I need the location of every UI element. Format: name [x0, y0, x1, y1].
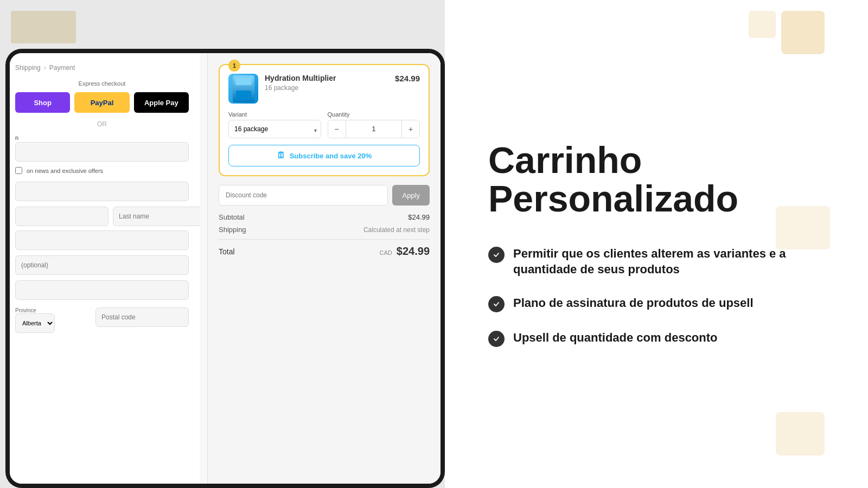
total-currency: CAD [380, 249, 392, 256]
quantity-increase-button[interactable]: + [402, 120, 419, 138]
breadcrumb: Shipping › Payment [15, 64, 189, 72]
product-name: Hydration Multiplier [265, 74, 388, 82]
or-divider: OR [15, 120, 189, 128]
shop-pay-button[interactable]: Shop [15, 92, 70, 113]
product-info: Hydration Multiplier 16 package [265, 74, 388, 92]
variant-select-wrap: Variant 16 package ▾ [228, 111, 321, 138]
left-panel: Shipping › Payment Express checkout Shop… [0, 0, 445, 488]
check-icon-3 [488, 331, 505, 347]
total-row: Total CAD $24.99 [219, 245, 430, 258]
svg-point-2 [492, 335, 501, 343]
newsletter-label: on news and exclusive offers [27, 168, 103, 174]
feature-text-2: Plano de assinatura de produtos de upsel… [513, 295, 754, 311]
shipping-row: Shipping Calculated at next step [219, 226, 430, 234]
subtotal-label: Subtotal [219, 213, 245, 221]
product-badge: 1 [228, 60, 240, 72]
discount-section: Apply [219, 185, 430, 206]
feature-text-3: Upsell de quantidade com desconto [513, 330, 718, 346]
quantity-control: − 1 + [328, 120, 420, 138]
quantity-value: 1 [346, 120, 403, 138]
tablet-screen: Shipping › Payment Express checkout Shop… [10, 53, 441, 484]
discount-code-input[interactable] [219, 185, 388, 206]
variant-label: Variant [228, 111, 321, 118]
quantity-decrease-button[interactable]: − [328, 120, 346, 138]
shipping-label: Shipping [219, 226, 246, 234]
address-line-input[interactable] [15, 230, 189, 250]
checkout-right-side: 1 Hydration Multiplier [207, 53, 441, 484]
shipping-value: Calculated at next step [363, 226, 430, 234]
check-icon-2 [488, 296, 505, 312]
province-label: Province [15, 307, 91, 313]
province-postal-row: Province Alberta [15, 307, 189, 333]
name-row [15, 207, 189, 226]
product-image-inner [233, 75, 254, 102]
deco-rect-bottom [776, 412, 825, 455]
newsletter-checkbox[interactable] [15, 167, 22, 174]
feature-text-1: Permitir que os clientes alterem as vari… [513, 246, 835, 278]
quantity-label: Quantity [328, 111, 420, 118]
right-panel: Carrinho Personalizado Permitir que os c… [445, 0, 868, 488]
express-checkout-buttons: Shop PayPal Apple Pay [15, 92, 189, 113]
city-input[interactable] [15, 280, 189, 300]
postal-code-input[interactable] [95, 307, 189, 327]
deco-rect-tr [781, 11, 825, 54]
product-card: 1 Hydration Multiplier [219, 64, 430, 176]
total-label: Total [219, 247, 235, 256]
subscribe-btn-label: Subscribe and save 20% [290, 152, 372, 160]
product-variant-display: 16 package [265, 84, 388, 92]
features-list: Permitir que os clientes alterem as vari… [488, 246, 835, 347]
deco-rect-tr2 [749, 11, 776, 38]
product-price: $24.99 [395, 74, 420, 83]
checkout-background: Shipping › Payment Express checkout Shop… [10, 53, 441, 484]
checkout-left-side: Shipping › Payment Express checkout Shop… [10, 53, 200, 484]
title-line-2: Personalizado [488, 178, 738, 219]
breadcrumb-chevron: › [44, 64, 46, 72]
paypal-button[interactable]: PayPal [74, 92, 129, 113]
total-value: $24.99 [397, 245, 430, 258]
newsletter-checkbox-row: on news and exclusive offers [15, 167, 189, 174]
feature-item-2: Plano de assinatura de produtos de upsel… [488, 295, 835, 312]
subtotal-row: Subtotal $24.99 [219, 213, 430, 221]
product-controls: Variant 16 package ▾ Quantity − [228, 111, 420, 138]
contact-partial-label: n [15, 134, 189, 141]
total-amount: CAD $24.99 [380, 245, 430, 258]
province-wrap: Province Alberta [15, 307, 91, 333]
svg-point-0 [492, 251, 501, 259]
summary-divider [219, 239, 430, 240]
feature-item-1: Permitir que os clientes alterem as vari… [488, 246, 835, 278]
contact-input[interactable] [15, 142, 189, 162]
breadcrumb-payment[interactable]: Payment [49, 64, 75, 72]
product-top-row: Hydration Multiplier 16 package $24.99 [228, 74, 420, 104]
subtotal-value: $24.99 [408, 213, 430, 221]
deco-rect-mid [776, 206, 830, 249]
svg-point-1 [492, 300, 501, 309]
first-name-input[interactable] [15, 207, 108, 226]
feature-item-3: Upsell de quantidade com desconto [488, 330, 835, 347]
province-select[interactable]: Alberta [15, 313, 55, 333]
breadcrumb-shipping[interactable]: Shipping [15, 64, 41, 72]
check-icon-1 [488, 247, 505, 263]
apple-pay-button[interactable]: Apple Pay [134, 92, 189, 113]
express-checkout-label: Express checkout [15, 80, 189, 87]
subscribe-save-button[interactable]: 🗓 Subscribe and save 20% [228, 145, 420, 166]
apt-input[interactable] [15, 255, 189, 275]
variant-select[interactable]: 16 package [228, 120, 321, 138]
address-input[interactable] [15, 182, 189, 201]
apply-discount-button[interactable]: Apply [392, 185, 430, 206]
tablet-device: Shipping › Payment Express checkout Shop… [5, 49, 445, 488]
last-name-input[interactable] [113, 207, 200, 226]
postal-wrap [95, 307, 189, 333]
calendar-icon: 🗓 [277, 151, 285, 160]
deco-rect-tl [11, 11, 76, 43]
quantity-wrap: Quantity − 1 + [328, 111, 420, 138]
product-image [228, 74, 258, 104]
title-line-1: Carrinho [488, 139, 642, 181]
